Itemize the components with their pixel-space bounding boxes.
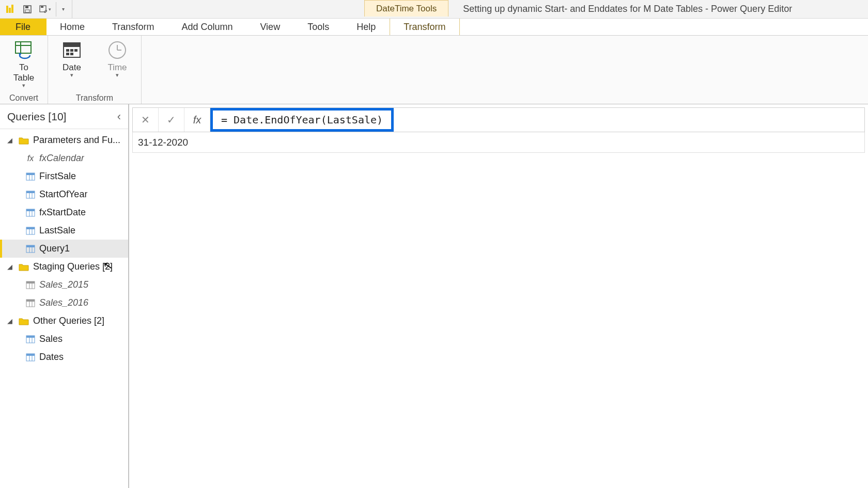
tab-add-column[interactable]: Add Column — [168, 19, 246, 35]
svg-rect-43 — [26, 281, 35, 284]
title-bar: ▾ ▾ DateTime Tools Setting up dynamic St… — [0, 0, 868, 19]
queries-tree: ◢ Parameters and Fu... fx fxCalendar Fir… — [0, 129, 128, 368]
tab-file[interactable]: File — [0, 19, 47, 35]
svg-rect-0 — [6, 6, 8, 13]
tab-view[interactable]: View — [246, 19, 294, 35]
query-fxstartdate-label: fxStartDate — [39, 207, 86, 218]
svg-rect-31 — [26, 209, 35, 211]
collapse-panel-icon[interactable]: ‹ — [117, 110, 121, 123]
svg-rect-47 — [26, 300, 35, 302]
folder-icon — [19, 317, 29, 325]
query-startofyear-label: StartOfYear — [39, 189, 87, 200]
date-label: Date — [63, 62, 81, 73]
query-startofyear[interactable]: StartOfYear — [0, 185, 128, 203]
function-icon: fx — [26, 154, 35, 163]
query-lastsale[interactable]: LastSale — [0, 222, 128, 240]
save-icon[interactable] — [20, 2, 35, 17]
svg-rect-15 — [70, 49, 73, 52]
query-dates[interactable]: Dates — [0, 348, 128, 366]
cancel-formula-icon[interactable]: ✕ — [133, 108, 159, 132]
table-icon — [26, 209, 35, 217]
queries-panel: Queries [10] ‹ ◢ Parameters and Fu... fx… — [0, 104, 129, 488]
folder-staging[interactable]: ◢ Staging Queries [2] — [0, 258, 128, 276]
query-sales2015-label: Sales_2015 — [39, 279, 88, 290]
formula-text[interactable]: = Date.EndOfYear(LastSale) — [210, 108, 394, 132]
query-fxstartdate[interactable]: fxStartDate — [0, 203, 128, 222]
commit-formula-icon[interactable]: ✓ — [159, 108, 184, 132]
to-table-button[interactable]: To Table — [6, 39, 41, 89]
svg-rect-23 — [26, 173, 35, 175]
query-lastsale-label: LastSale — [39, 225, 75, 236]
table-icon — [26, 227, 35, 235]
document-title: Setting up dynamic Start- and Enddates f… — [448, 0, 792, 18]
svg-rect-7 — [41, 6, 43, 8]
save-as-icon[interactable]: ▾ — [38, 2, 52, 17]
group-convert-title: Convert — [9, 93, 38, 103]
table-icon — [26, 299, 35, 307]
query-sales[interactable]: Sales — [0, 330, 128, 348]
svg-rect-14 — [66, 49, 69, 52]
result-value: 31-12-2020 — [132, 132, 865, 153]
query-query1-label: Query1 — [39, 243, 70, 254]
table-icon — [26, 172, 35, 181]
content-area: ✕ ✓ fx = Date.EndOfYear(LastSale) 31-12-… — [129, 104, 868, 488]
svg-rect-1 — [9, 8, 11, 13]
tab-tools[interactable]: Tools — [294, 19, 343, 35]
svg-rect-51 — [26, 336, 35, 338]
svg-rect-17 — [66, 53, 69, 55]
fx-icon[interactable]: fx — [184, 108, 210, 132]
caret-collapsed-icon[interactable]: ◢ — [7, 136, 14, 144]
app-icon — [3, 2, 17, 17]
formula-input[interactable]: = Date.EndOfYear(LastSale) — [210, 108, 864, 132]
folder-parameters[interactable]: ◢ Parameters and Fu... — [0, 131, 128, 149]
svg-rect-16 — [74, 49, 78, 52]
query-query1[interactable]: Query1 — [0, 240, 128, 258]
folder-parameters-label: Parameters and Fu... — [33, 135, 120, 146]
ribbon-tab-strip: File Home Transform Add Column View Tool… — [0, 19, 868, 36]
table-icon — [26, 245, 35, 253]
caret-collapsed-icon[interactable]: ◢ — [7, 263, 14, 271]
folder-icon — [19, 263, 29, 271]
table-icon — [26, 191, 35, 199]
contextual-tab-label: DateTime Tools — [364, 0, 448, 17]
to-table-label: To Table — [13, 62, 35, 83]
table-icon — [26, 281, 35, 289]
query-sales2016-label: Sales_2016 — [39, 297, 88, 308]
svg-rect-35 — [26, 227, 35, 229]
tab-transform-contextual[interactable]: Transform — [390, 19, 459, 35]
svg-rect-5 — [25, 10, 29, 12]
svg-rect-8 — [16, 42, 31, 53]
main-area: Queries [10] ‹ ◢ Parameters and Fu... fx… — [0, 104, 868, 488]
query-firstsale-label: FirstSale — [39, 171, 76, 182]
tab-home[interactable]: Home — [47, 19, 99, 35]
svg-rect-2 — [11, 5, 13, 13]
tab-help[interactable]: Help — [343, 19, 390, 35]
query-sales2016[interactable]: Sales_2016 — [0, 294, 128, 312]
query-firstsale[interactable]: FirstSale — [0, 167, 128, 185]
svg-rect-13 — [64, 43, 80, 47]
folder-staging-label: Staging Queries [2] — [33, 261, 113, 272]
query-sales-label: Sales — [39, 334, 63, 344]
ribbon-group-convert: To Table Convert — [0, 36, 48, 104]
folder-other[interactable]: ◢ Other Queries [2] — [0, 312, 128, 330]
date-button[interactable]: Date — [54, 39, 89, 78]
time-label: Time — [107, 62, 127, 73]
svg-rect-18 — [70, 53, 73, 55]
tab-transform[interactable]: Transform — [99, 19, 168, 35]
queries-header-label: Queries [10] — [7, 111, 66, 123]
ribbon: To Table Convert Date — [0, 36, 868, 104]
qat-customize-icon[interactable]: ▾ — [56, 2, 70, 17]
folder-icon — [19, 136, 29, 145]
table-icon — [26, 335, 35, 343]
ribbon-group-transform: Date Time Transform — [48, 36, 142, 104]
formula-bar: ✕ ✓ fx = Date.EndOfYear(LastSale) — [132, 107, 865, 132]
svg-rect-4 — [25, 6, 28, 8]
group-transform-title: Transform — [76, 93, 113, 103]
queries-panel-header: Queries [10] ‹ — [0, 104, 128, 129]
query-sales2015[interactable]: Sales_2015 — [0, 276, 128, 294]
query-fxcalendar[interactable]: fx fxCalendar — [0, 149, 128, 167]
svg-rect-55 — [26, 354, 35, 356]
query-dates-label: Dates — [39, 352, 64, 363]
caret-collapsed-icon[interactable]: ◢ — [7, 317, 14, 325]
time-button[interactable]: Time — [100, 39, 135, 78]
